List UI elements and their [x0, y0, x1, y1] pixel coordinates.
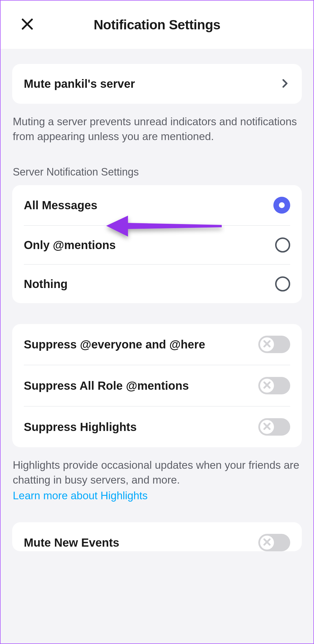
suppress-role-mentions-row[interactable]: Suppress All Role @mentions: [12, 365, 302, 406]
radio-selected[interactable]: [273, 197, 290, 214]
toggle-label: Suppress All Role @mentions: [24, 379, 189, 392]
option-label: All Messages: [24, 199, 97, 212]
suppress-everyone-row[interactable]: Suppress @everyone and @here: [12, 324, 302, 365]
highlights-link[interactable]: Learn more about Highlights: [12, 487, 302, 502]
close-button[interactable]: [20, 17, 34, 32]
toggle-switch[interactable]: [258, 534, 290, 551]
suppress-card: Suppress @everyone and @here Suppress Al…: [12, 324, 302, 447]
chevron-right-icon: [280, 78, 290, 90]
toggle-switch[interactable]: [258, 377, 290, 394]
x-icon: [262, 537, 272, 548]
server-settings-title: Server Notification Settings: [12, 144, 302, 185]
mute-server-card: Mute pankil's server: [12, 64, 302, 104]
option-label: Only @mentions: [24, 239, 116, 252]
option-all-messages[interactable]: All Messages: [12, 185, 302, 225]
suppress-highlights-row[interactable]: Suppress Highlights: [12, 407, 302, 447]
close-icon: [20, 27, 34, 32]
x-icon: [262, 339, 272, 350]
toggle-knob: [260, 536, 274, 550]
highlights-description: Highlights provide occasional updates wh…: [12, 447, 302, 487]
toggle-switch[interactable]: [258, 336, 290, 353]
option-only-mentions[interactable]: Only @mentions: [12, 226, 302, 264]
notification-options-card: All Messages Only @mentions Nothing: [12, 185, 302, 303]
toggle-switch[interactable]: [258, 418, 290, 436]
option-nothing[interactable]: Nothing: [12, 265, 302, 303]
header: Notification Settings: [1, 1, 313, 49]
events-card: Mute New Events: [12, 522, 302, 551]
page-title: Notification Settings: [12, 17, 302, 33]
toggle-knob: [260, 420, 274, 434]
toggle-knob: [260, 379, 274, 393]
mute-description: Muting a server prevents unread indicato…: [12, 104, 302, 144]
x-icon: [262, 422, 272, 432]
radio-unselected[interactable]: [275, 276, 290, 291]
radio-unselected[interactable]: [275, 237, 290, 253]
toggle-knob: [260, 337, 274, 351]
mute-server-row[interactable]: Mute pankil's server: [12, 64, 302, 104]
mute-new-events-row[interactable]: Mute New Events: [12, 522, 302, 551]
toggle-label: Suppress @everyone and @here: [24, 338, 205, 351]
x-icon: [262, 380, 272, 391]
toggle-label: Suppress Highlights: [24, 421, 137, 434]
option-label: Nothing: [24, 278, 68, 291]
toggle-label: Mute New Events: [24, 536, 119, 549]
mute-server-label: Mute pankil's server: [24, 77, 135, 90]
